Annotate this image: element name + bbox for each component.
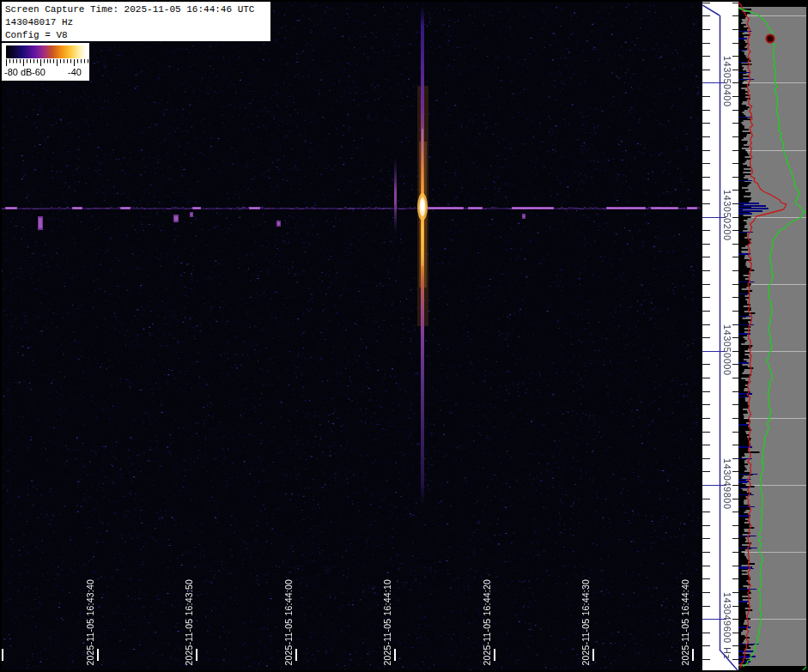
frequency-tick-label: 143050200 bbox=[722, 190, 732, 241]
spectrogram-waterfall-canvas bbox=[0, 0, 702, 672]
config-text: Config = V8 bbox=[5, 29, 270, 42]
frequency-unit-label: Hz bbox=[722, 647, 732, 658]
frequency-tick-label: 143050400 bbox=[722, 56, 732, 107]
intensity-colorbar: -80 dB -60 -40 bbox=[2, 43, 89, 81]
colorbar-label-min: -80 dB bbox=[4, 67, 32, 77]
colorbar-label-max: -40 bbox=[68, 67, 82, 77]
colorbar-gradient bbox=[6, 45, 88, 58]
tuned-frequency-text: 143048017 Hz bbox=[5, 16, 270, 29]
frequency-tick-label: 143050000 bbox=[722, 324, 732, 376]
colorbar-labels: -80 dB -60 -40 bbox=[2, 67, 89, 79]
frequency-tick-label: 143049800 bbox=[722, 458, 732, 510]
frequency-scale-ticks-canvas bbox=[702, 0, 738, 672]
colorbar-ruler bbox=[6, 59, 88, 67]
frequency-tick-label: 143049600 bbox=[722, 592, 732, 644]
capture-time-text: Screen Capture Time: 2025-11-05 16:44:46… bbox=[5, 3, 270, 16]
colorbar-label-mid: -60 bbox=[32, 67, 46, 77]
capture-info-box: Screen Capture Time: 2025-11-05 16:44:46… bbox=[2, 2, 270, 41]
frequency-scale: 1430504001430502001430500001430498001430… bbox=[702, 0, 738, 672]
spectrogram-app-window: 2025-11-05 16:43:402025-11-05 16:43:5020… bbox=[0, 0, 808, 672]
spectrum-panel-canvas bbox=[738, 0, 808, 672]
